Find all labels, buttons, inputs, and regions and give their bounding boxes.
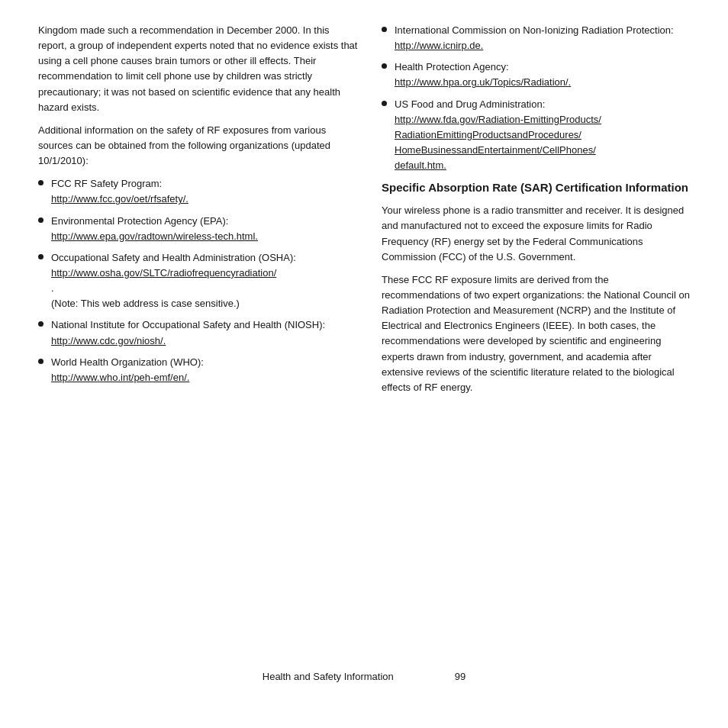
list-item: Health Protection Agency: http://www.hpa…: [382, 60, 690, 90]
left-bullet-list: FCC RF Safety Program: http://www.fcc.go…: [38, 176, 359, 385]
list-item: Environmental Protection Agency (EPA): h…: [38, 214, 359, 244]
list-item: International Commission on Non-Ionizing…: [382, 23, 690, 53]
bullet-content: FCC RF Safety Program: http://www.fcc.go…: [51, 176, 359, 207]
bullet-dot: [382, 101, 387, 106]
epa-link[interactable]: http://www.epa.gov/radtown/wireless-tech…: [51, 230, 258, 242]
niosh-link[interactable]: http://www.cdc.gov/niosh/.: [51, 335, 166, 346]
intro-paragraph: Kingdom made such a recommendation in De…: [38, 23, 359, 115]
sar-heading: Specific Absorption Rate (SAR) Certifica…: [382, 179, 690, 195]
list-item: FCC RF Safety Program: http://www.fcc.go…: [38, 176, 359, 207]
right-bullet-list: International Commission on Non-Ionizing…: [382, 23, 690, 173]
bullet-dot: [38, 180, 43, 185]
footer-page-number: 99: [455, 671, 465, 682]
bullet-content: US Food and Drug Administration: http://…: [395, 97, 690, 174]
bullet-label: World Health Organization (WHO):: [51, 356, 204, 368]
icnirp-link[interactable]: http://www.icnirp.de.: [395, 40, 483, 51]
bullet-content: World Health Organization (WHO): http://…: [51, 355, 359, 385]
bullet-dot: [382, 27, 387, 32]
bullet-label: Occupational Safety and Health Administr…: [51, 252, 296, 263]
bullet-content: Health Protection Agency: http://www.hpa…: [395, 60, 690, 90]
bullet-content: Occupational Safety and Health Administr…: [51, 250, 359, 312]
sar-paragraph1: Your wireless phone is a radio transmitt…: [382, 203, 690, 265]
bullet-dot: [38, 359, 43, 364]
fda-link[interactable]: http://www.fda.gov/Radiation-EmittingPro…: [395, 114, 601, 171]
bullet-label: US Food and Drug Administration:: [395, 98, 545, 110]
list-item: Occupational Safety and Health Administr…: [38, 250, 359, 312]
bullet-dot: [38, 321, 43, 327]
right-column: International Commission on Non-Ionizing…: [382, 23, 690, 656]
list-item: World Health Organization (WHO): http://…: [38, 355, 359, 385]
page-container: Kingdom made such a recommendation in De…: [0, 0, 728, 728]
hpa-link[interactable]: http://www.hpa.org.uk/Topics/Radiation/.: [395, 76, 571, 88]
list-item: National Institute for Occupational Safe…: [38, 317, 359, 348]
bullet-label: National Institute for Occupational Safe…: [51, 319, 325, 330]
page-footer: Health and Safety Information 99: [38, 656, 690, 682]
osha-note: (Note: This web address is case sensitiv…: [51, 298, 240, 309]
bullet-label: FCC RF Safety Program:: [51, 178, 162, 189]
bullet-dot: [38, 254, 43, 259]
bullet-label: International Commission on Non-Ionizing…: [395, 24, 674, 36]
footer-label: Health and Safety Information: [263, 671, 394, 682]
bullet-label: Environmental Protection Agency (EPA):: [51, 215, 228, 227]
left-column: Kingdom made such a recommendation in De…: [38, 23, 359, 656]
fcc-link[interactable]: http://www.fcc.gov/oet/rfsafety/.: [51, 193, 188, 205]
bullet-dot: [382, 63, 387, 69]
bullet-content: Environmental Protection Agency (EPA): h…: [51, 214, 359, 244]
list-item: US Food and Drug Administration: http://…: [382, 97, 690, 174]
bullet-content: National Institute for Occupational Safe…: [51, 317, 359, 348]
additional-paragraph: Additional information on the safety of …: [38, 123, 359, 169]
osha-link[interactable]: http://www.osha.gov/SLTC/radiofrequencyr…: [51, 267, 276, 279]
sar-paragraph2: These FCC RF exposure limits are derived…: [382, 272, 690, 395]
who-link[interactable]: http://www.who.int/peh-emf/en/.: [51, 372, 189, 383]
content-columns: Kingdom made such a recommendation in De…: [38, 23, 690, 656]
bullet-dot: [38, 217, 43, 223]
bullet-label: Health Protection Agency:: [395, 61, 509, 72]
osha-period: .: [51, 282, 54, 294]
bullet-content: International Commission on Non-Ionizing…: [395, 23, 690, 53]
